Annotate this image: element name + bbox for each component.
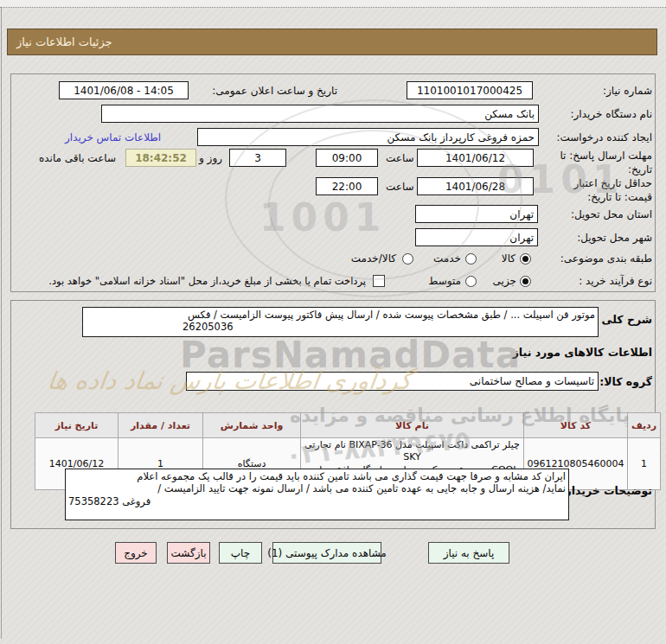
need-desc-line2: 26205036 xyxy=(86,321,595,333)
radio-goods-label: کالا xyxy=(502,252,516,265)
need-number-field[interactable]: 1101001017000425 xyxy=(407,81,533,99)
price-validity-date-field[interactable]: 1401/06/28 xyxy=(417,177,534,195)
cell-name-line1: چیلر تراکمی داکت اسپیلت مدل BIXAP-36 نام… xyxy=(302,439,522,464)
request-creator-label: ایجاد کننده درخواست: xyxy=(556,131,652,143)
top-strip xyxy=(0,0,666,7)
col-header-qty: تعداد / مقدار xyxy=(118,413,203,438)
purchase-type-label: نوع فرآیند خرید : xyxy=(579,275,652,287)
request-creator-field[interactable]: حمزه فروغی کارپرداز بانک مسکن xyxy=(197,128,539,146)
print-button[interactable]: چاپ xyxy=(219,542,262,564)
delivery-province-field[interactable]: تهران xyxy=(415,205,538,223)
col-header-name: نام کالا xyxy=(301,413,524,438)
col-header-unit: واحد شمارش xyxy=(203,413,301,438)
radio-goods[interactable] xyxy=(520,253,531,265)
procurement-detail-page: جزئیات اطلاعات نیاز شماره نیاز: 11010010… xyxy=(0,0,666,644)
radio-minor-label: جزیی xyxy=(493,275,516,287)
announce-datetime-label: تاریخ و ساعت اعلان عمومی: xyxy=(212,85,337,97)
top-dotted-divider xyxy=(0,7,666,8)
goods-group-field[interactable]: تاسیسات و مصالح ساختمانی xyxy=(186,372,599,391)
need-desc-field[interactable]: موتور فن اسپیلت ... / طبق مشخصات پیوست ش… xyxy=(82,307,599,337)
need-desc-line1: موتور فن اسپیلت ... / طبق مشخصات پیوست ش… xyxy=(86,309,595,321)
buyer-notes-line3: فروغی 75358223 xyxy=(68,495,566,507)
page-title-bar: جزئیات اطلاعات نیاز xyxy=(7,29,657,55)
hours-remaining-label: ساعت باقی مانده xyxy=(39,152,116,164)
announce-datetime-field[interactable]: 1401/06/08 - 14:05 xyxy=(59,81,189,99)
price-validity-label: حداقل تاریخ اعتبار قیمت: تا تاریخ: xyxy=(550,176,652,204)
page-title: جزئیات اطلاعات نیاز xyxy=(16,35,112,48)
radio-service[interactable] xyxy=(465,253,477,265)
goods-table-header-row: ردیف کد کالا نام کالا واحد شمارش تعداد /… xyxy=(35,413,661,438)
buyer-contact-link[interactable]: اطلاعات تماس خریدار xyxy=(65,131,161,143)
countdown-timer: 18:42:52 xyxy=(125,149,196,167)
back-button[interactable]: بازگشت xyxy=(167,542,210,564)
left-edge-line xyxy=(1,8,2,639)
treasury-checkbox[interactable] xyxy=(373,275,385,287)
radio-medium-label: متوسط xyxy=(428,275,461,287)
reply-deadline-label: مهلت ارسال پاسخ: تا تاریخ: xyxy=(538,149,652,176)
buyer-notes-label: توضیحات خریدار: xyxy=(560,484,652,497)
remaining-days-field[interactable]: 3 xyxy=(229,149,286,167)
radio-goods-service[interactable] xyxy=(402,253,413,265)
delivery-city-field[interactable]: تهران xyxy=(415,228,538,246)
view-attachments-button[interactable]: مشاهده مدارک پیوستی (1) xyxy=(272,542,381,564)
price-validity-time-field[interactable]: 22:00 xyxy=(316,177,378,195)
col-header-need-date: تاریخ نیاز xyxy=(35,413,118,438)
reply-deadline-time-field[interactable]: 09:00 xyxy=(316,149,378,167)
need-number-label: شماره نیاز: xyxy=(603,85,652,97)
radio-minor[interactable] xyxy=(520,276,531,287)
cell-row-no: 1 xyxy=(628,438,661,490)
goods-group-label: گروه کالا: xyxy=(599,375,652,388)
subject-class-label: طبقه بندی موضوعی: xyxy=(560,252,652,265)
radio-medium[interactable] xyxy=(465,276,477,287)
col-header-row-no: ردیف xyxy=(628,413,661,438)
delivery-city-label: شهر محل تحویل: xyxy=(577,232,652,244)
reply-deadline-hour-label: ساعت xyxy=(386,152,414,164)
treasury-checkbox-label: پرداخت تمام یا بخشی از مبلغ خرید،از محل … xyxy=(48,275,366,287)
radio-service-label: خدمت xyxy=(433,252,461,265)
col-header-code: کد کالا xyxy=(524,413,628,438)
buyer-notes-field[interactable]: ایران کد مشابه و صرفا جهت قیمت گذاری می … xyxy=(65,469,569,520)
days-and-label: روز و xyxy=(199,152,222,164)
buyer-org-field[interactable]: بانک مسکن xyxy=(101,105,539,123)
radio-goods-service-label: کالا/خدمت xyxy=(351,252,396,265)
delivery-province-label: استان محل تحویل: xyxy=(571,208,652,220)
exit-button[interactable]: خروج xyxy=(115,542,157,564)
buyer-notes-line2: نماید/ هزینه ارسال و جابه جایی به عهده ت… xyxy=(68,482,566,494)
items-section-heading: اطلاعات کالاهای مورد نیاز xyxy=(513,346,652,359)
price-validity-hour-label: ساعت xyxy=(386,181,414,193)
reply-deadline-date-field[interactable]: 1401/06/12 xyxy=(417,149,534,167)
buyer-notes-line1: ایران کد مشابه و صرفا جهت قیمت گذاری می … xyxy=(68,470,566,482)
buyer-org-label: نام دستگاه خریدار: xyxy=(571,108,653,120)
reply-to-need-button[interactable]: پاسخ به نیاز xyxy=(428,542,509,564)
